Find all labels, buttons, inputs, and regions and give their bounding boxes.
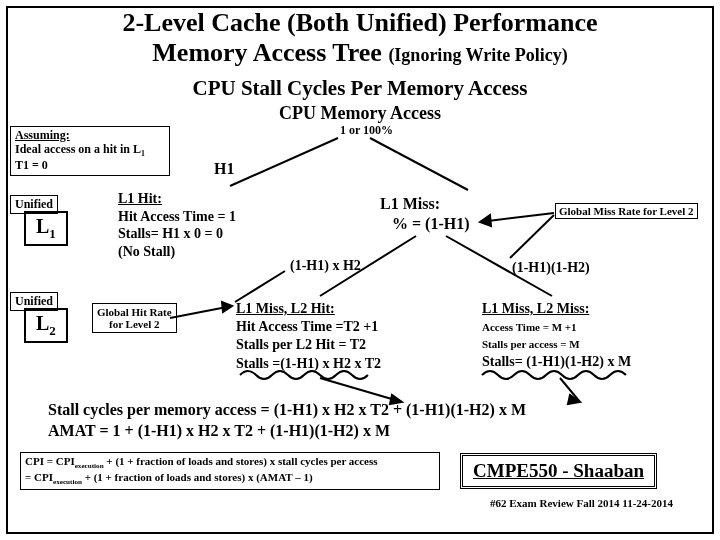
footer-text: #62 Exam Review Fall 2014 11-24-2014 <box>490 497 673 509</box>
equations: Stall cycles per memory access = (1-H1) … <box>48 400 526 442</box>
cpi-box: CPI = CPIexecution + (1 + fraction of lo… <box>20 452 440 490</box>
l2-box: L2 <box>24 308 68 343</box>
title2-note: (Ignoring Write Policy) <box>388 45 567 65</box>
subtitle-cpu-access: CPU Memory Access <box>0 103 720 124</box>
assumption-box: Assuming: Ideal access on a hit in L1 T1… <box>10 126 170 176</box>
assume-l3: T1 = 0 <box>15 158 48 172</box>
l1-miss-block: L1 Miss: % = (1-H1) <box>380 194 470 234</box>
assume-l1: Assuming: <box>15 128 70 142</box>
root-prob: 1 or 100% <box>340 123 393 138</box>
l2-hit-block: L1 Miss, L2 Hit: Hit Access Time =T2 +1 … <box>236 300 466 373</box>
global-hit-rate-box: Global Hit Ratefor Level 2 <box>92 303 177 333</box>
l2-miss-block: L1 Miss, L2 Miss: Access Time = M +1 Sta… <box>482 300 702 370</box>
h2-left-label: (1-H1) x H2 <box>290 258 361 274</box>
title2-main: Memory Access Tree <box>152 38 382 67</box>
title-line2: Memory Access Tree (Ignoring Write Polic… <box>0 38 720 68</box>
global-miss-rate-box: Global Miss Rate for Level 2 <box>555 203 698 219</box>
l1-hit-block: L1 Hit: Hit Access Time = 1 Stalls= H1 x… <box>118 190 288 260</box>
course-box: CMPE550 - Shaaban <box>460 453 657 489</box>
l1-box: L1 <box>24 211 68 246</box>
assume-l2: Ideal access on a hit in L <box>15 142 141 156</box>
subtitle-stall: CPU Stall Cycles Per Memory Access <box>0 76 720 101</box>
h1-label: H1 <box>214 160 234 178</box>
h2-right-label: (1-H1)(1-H2) <box>512 260 590 276</box>
title-line1: 2-Level Cache (Both Unified) Performance <box>0 8 720 38</box>
